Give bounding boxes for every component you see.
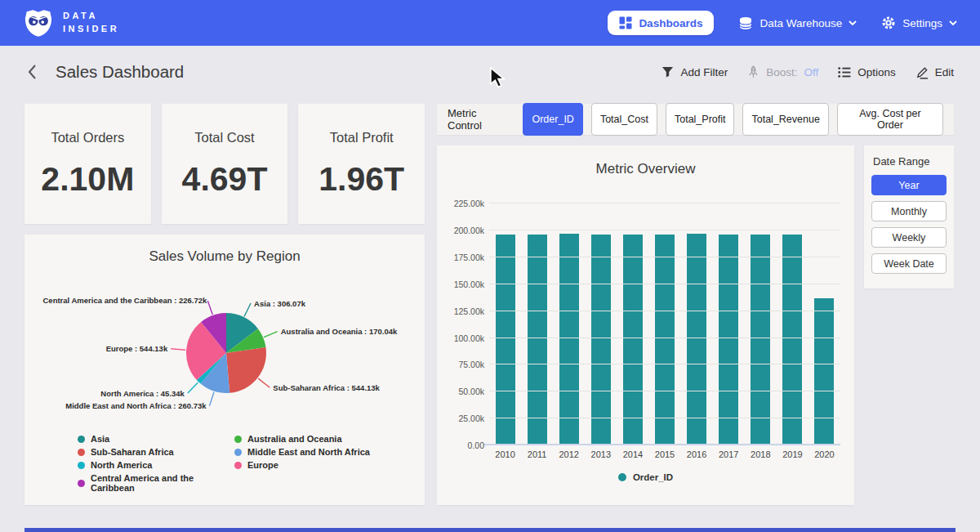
edit-button[interactable]: Edit: [915, 65, 954, 79]
metric-chips: Order_IDTotal_CostTotal_ProfitTotal_Reve…: [523, 103, 943, 136]
legend-dot: [78, 436, 85, 443]
gridline: [489, 311, 840, 311]
date-range-monthly[interactable]: Monthly: [871, 201, 947, 221]
bar-2011[interactable]: [528, 235, 547, 445]
legend-item-middle-east-and-north-africa[interactable]: Middle East and North Africa: [234, 447, 370, 457]
top-navbar: DATA INSIDER Dashboards: [0, 0, 980, 46]
date-range-year[interactable]: Year: [871, 175, 947, 195]
x-tick-label: 2016: [681, 449, 713, 459]
legend-item-australia-and-oceania[interactable]: Australia and Oceania: [234, 434, 370, 444]
kpi-card-total-profit: Total Profit1.96T: [298, 104, 425, 224]
x-tick-label: 2017: [713, 449, 745, 459]
bar-slot: [648, 190, 680, 445]
dashboards-label: Dashboards: [639, 17, 702, 29]
pie-slice-label: North America : 45.34k: [100, 389, 185, 398]
pie-slice-label: Asia : 306.07k: [254, 299, 306, 308]
legend-dot: [234, 462, 242, 469]
metric-chip-total-revenue[interactable]: Total_Revenue: [742, 103, 828, 136]
date-range-buttons: YearMonthlyWeeklyWeek Date: [871, 175, 947, 274]
back-button[interactable]: [26, 64, 38, 80]
pie-slice-sub-saharan-africa[interactable]: [226, 347, 266, 393]
x-tick-label: 2013: [585, 449, 617, 459]
bar-2020[interactable]: [814, 298, 834, 445]
dashboards-button[interactable]: Dashboards: [608, 11, 714, 35]
y-tick-label: 125.00k: [442, 306, 484, 316]
bar-slot: [585, 190, 617, 445]
gridline: [489, 203, 840, 203]
bar-2018[interactable]: [751, 235, 770, 445]
legend-item-asia[interactable]: Asia: [78, 434, 234, 444]
y-tick-label: 50.00k: [442, 387, 484, 396]
legend-text: Australia and Oceania: [247, 434, 342, 444]
legend-item-sub-saharan-africa[interactable]: Sub-Saharan Africa: [78, 447, 234, 457]
bar-chart-legend[interactable]: Order_ID: [437, 472, 854, 482]
legend-column: Australia and OceaniaMiddle East and Nor…: [234, 434, 370, 493]
pie-label-line: [171, 349, 185, 350]
bar-2010[interactable]: [496, 235, 515, 445]
bar-2012[interactable]: [559, 234, 579, 445]
bar-slot: [521, 190, 553, 445]
x-tick-label: 2015: [648, 449, 680, 459]
add-filter-button[interactable]: Add Filter: [662, 66, 728, 78]
options-list-icon: [838, 66, 851, 78]
date-range-label: Date Range: [873, 155, 947, 168]
legend-label: Order_ID: [633, 472, 673, 482]
pie-slice-label: Middle East and North Africa : 260.73k: [65, 401, 207, 410]
x-tick-label: 2018: [745, 449, 777, 459]
pie-slice-label: Sub-Saharan Africa : 544.13k: [273, 383, 380, 392]
x-tick-label: 2014: [617, 449, 648, 459]
gear-icon: [881, 16, 896, 30]
legend-dot: [234, 449, 242, 456]
pie-slice-label: Central America and the Caribbean : 226.…: [42, 296, 207, 305]
y-tick-label: 200.00k: [442, 226, 484, 235]
y-tick-label: 0.00: [442, 440, 484, 450]
x-tick-label: 2012: [553, 449, 585, 459]
date-range-week-date[interactable]: Week Date: [871, 253, 947, 274]
legend-dot: [618, 473, 626, 481]
settings-menu[interactable]: Settings: [881, 16, 957, 30]
bar-slot: [777, 190, 808, 445]
bar-chart-area: [489, 190, 840, 445]
data-warehouse-menu[interactable]: Data Warehouse: [738, 16, 857, 30]
bar-2015[interactable]: [655, 235, 675, 445]
legend-item-central-america-and-the-caribbean[interactable]: Central America and the Caribbean: [78, 473, 234, 493]
metric-control-bar: Metric Control Order_IDTotal_CostTotal_P…: [437, 104, 954, 135]
gridline: [489, 257, 840, 257]
bar-slot: [617, 190, 648, 445]
brand-logo[interactable]: DATA INSIDER: [23, 9, 119, 38]
metric-chip-total-profit[interactable]: Total_Profit: [666, 103, 735, 136]
kpi-value: 4.69T: [182, 160, 268, 199]
metric-chip-total-cost[interactable]: Total_Cost: [591, 103, 657, 136]
pie-label-line: [258, 378, 270, 387]
x-tick-label: 2020: [808, 449, 840, 459]
date-range-weekly[interactable]: Weekly: [871, 227, 947, 248]
gridline: [489, 230, 840, 230]
settings-label: Settings: [902, 17, 942, 29]
bars-row: [489, 190, 840, 445]
metric-chip-avg-cost-per-order[interactable]: Avg. Cost per Order: [837, 103, 943, 136]
gridline: [489, 284, 840, 284]
metric-chip-order-id[interactable]: Order_ID: [523, 103, 582, 136]
pie-slice-label: Europe : 544.13k: [106, 344, 168, 353]
legend-item-europe[interactable]: Europe: [234, 460, 370, 470]
bar-2014[interactable]: [623, 235, 643, 445]
bar-2017[interactable]: [719, 235, 738, 445]
date-range-panel: Date Range YearMonthlyWeeklyWeek Date: [864, 145, 954, 288]
pie-chart-panel: Sales Volume by Region Asia : 306.07kAus…: [24, 235, 425, 505]
chevron-down-icon: [949, 20, 957, 26]
x-axis-labels: 2010201120122013201420152016201720182019…: [489, 449, 840, 459]
options-button[interactable]: Options: [838, 66, 896, 78]
gridline: [489, 418, 840, 418]
legend-item-north-america[interactable]: North America: [78, 460, 234, 470]
x-tick-label: 2011: [521, 449, 553, 459]
boost-toggle[interactable]: Boost: Off: [747, 65, 818, 78]
bar-2019[interactable]: [782, 235, 802, 445]
kpi-value: 1.96T: [318, 160, 404, 199]
bar-2013[interactable]: [591, 235, 611, 445]
kpi-row: Total Orders2.10MTotal Cost4.69TTotal Pr…: [24, 104, 425, 224]
bar-slot: [681, 190, 713, 445]
legend-dot: [234, 436, 242, 443]
bar-2016[interactable]: [687, 234, 706, 445]
kpi-label: Total Cost: [194, 130, 254, 145]
legend-text: Europe: [247, 460, 278, 470]
